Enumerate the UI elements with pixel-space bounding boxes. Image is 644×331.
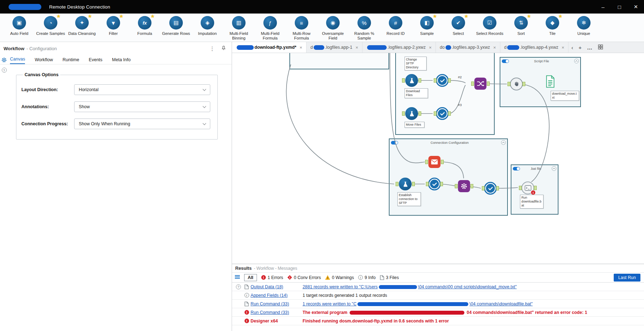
check-tool[interactable] bbox=[436, 74, 449, 87]
message-source-link[interactable]: Output Data (18) bbox=[251, 284, 283, 289]
block-until-done-tool[interactable] bbox=[510, 78, 523, 90]
close-tab-icon[interactable]: × bbox=[493, 45, 496, 50]
palette-tool-filter[interactable]: ▼★ Filter bbox=[98, 16, 129, 36]
message-row[interactable]: ! Designer x64 Finished running dosm.dow… bbox=[232, 317, 644, 325]
palette-tool-record-id[interactable]: # Record ID bbox=[380, 16, 411, 36]
tab-canvas[interactable]: Canvas bbox=[10, 57, 25, 64]
close-button[interactable]: × bbox=[628, 0, 644, 14]
message-file-link[interactable]: 2881 records were written to "C:\Users\0… bbox=[303, 284, 517, 289]
annotation-run-bat[interactable]: Run downloadfile.bat bbox=[520, 195, 543, 209]
container-toggle[interactable] bbox=[502, 59, 509, 63]
palette-tool-select-records[interactable]: ☑ Select Records bbox=[474, 16, 505, 36]
run-bat-command-tool[interactable]: ! bbox=[521, 182, 534, 194]
run-command-tool[interactable] bbox=[458, 180, 470, 192]
annotation-establish-connection[interactable]: Establish connection to SFTP bbox=[397, 192, 421, 206]
collapse-container-icon[interactable] bbox=[574, 59, 579, 63]
annotation-change-sftp[interactable]: Change SFTP Directory bbox=[405, 57, 427, 70]
collapse-container-icon[interactable] bbox=[552, 166, 556, 171]
filter-conv-errors[interactable]: !0 Conv Errors bbox=[287, 275, 321, 280]
palette-tool-unique[interactable]: ❄ Unique bbox=[568, 16, 599, 36]
message-source-link[interactable]: Run Command (33) bbox=[251, 301, 289, 306]
palette-tool-select[interactable]: ✔★ Select bbox=[443, 16, 474, 36]
connection-progress-select[interactable]: Show Only When Running bbox=[74, 119, 210, 129]
palette-tool-tile[interactable]: ◆★ Tile bbox=[537, 16, 568, 36]
close-tab-icon[interactable]: × bbox=[300, 45, 303, 50]
tool-label: Imputation bbox=[198, 31, 217, 36]
message-source-link[interactable]: Run Command (33) bbox=[251, 310, 289, 315]
check-tool[interactable] bbox=[484, 182, 497, 195]
palette-tool-multi-field-formula[interactable]: ƒ Multi-Field Formula bbox=[254, 16, 286, 41]
filter-info[interactable]: i9 Info bbox=[358, 275, 376, 280]
favorite-star-icon: ★ bbox=[88, 14, 92, 19]
container-toggle[interactable] bbox=[513, 167, 520, 170]
filter-all[interactable]: All bbox=[244, 274, 257, 281]
palette-tool-multi-row-formula[interactable]: ≡ Multi-Row Formula bbox=[286, 16, 317, 41]
download-files-tool[interactable] bbox=[405, 74, 418, 87]
close-tab-icon[interactable]: × bbox=[562, 45, 565, 50]
workflow-tab-download-ftp[interactable]: download-ftp.yxmd* × bbox=[232, 42, 306, 53]
union-tool[interactable] bbox=[474, 78, 486, 90]
tab-workflow[interactable]: Workflow bbox=[35, 57, 53, 64]
close-tab-icon[interactable]: × bbox=[356, 45, 359, 50]
palette-tool-formula[interactable]: fx★ Formula bbox=[129, 16, 160, 36]
palette-tool-random-sample[interactable]: % Random % Sample bbox=[349, 16, 380, 41]
minimize-button[interactable]: – bbox=[595, 0, 611, 14]
palette-tool-create-samples[interactable]: ◔★ Create Samples bbox=[35, 16, 66, 36]
new-workflow-button[interactable]: + bbox=[578, 44, 582, 51]
tab-events[interactable]: Events bbox=[89, 57, 102, 64]
filter-files[interactable]: 3 Files bbox=[380, 275, 399, 280]
workflow-tab-logfiles-app-2[interactable]: .logfiles.app-2.yxwz × bbox=[362, 42, 436, 53]
palette-tool-oversample-field[interactable]: ◉ Oversample Field bbox=[317, 16, 349, 41]
message-row[interactable]: i Append Fields (14) 1 target records ge… bbox=[232, 291, 644, 300]
tool-container-partial[interactable] bbox=[289, 53, 389, 69]
annotation-download-files[interactable]: Download Files bbox=[405, 88, 428, 98]
palette-tool-auto-field[interactable]: ▣ Auto Field bbox=[4, 16, 35, 36]
kebab-menu-icon[interactable]: ⋮ bbox=[210, 46, 215, 51]
tab-runtime[interactable]: Runtime bbox=[63, 57, 79, 64]
workflow-tab-logfiles-app-4[interactable]: d .logfiles.app-4.yxwz × bbox=[500, 42, 569, 53]
text-file-tool[interactable] bbox=[545, 75, 555, 88]
collapse-container-icon[interactable] bbox=[501, 140, 506, 145]
more-tabs-button[interactable]: … bbox=[587, 44, 593, 51]
help-icon[interactable]: ? bbox=[236, 284, 241, 289]
check-tool[interactable] bbox=[428, 178, 441, 190]
palette-tool-sample[interactable]: ◧★ Sample bbox=[411, 16, 443, 36]
message-source-link[interactable]: Append Fields (14) bbox=[251, 293, 288, 298]
palette-tool-imputation[interactable]: ◈ Imputation bbox=[192, 16, 223, 36]
message-row[interactable]: ? Output Data (18) 2881 records were wri… bbox=[232, 283, 644, 291]
maximize-button[interactable]: □ bbox=[611, 0, 628, 14]
palette-tool-generate-rows[interactable]: ▤ Generate Rows bbox=[160, 16, 192, 36]
email-tool[interactable] bbox=[428, 156, 441, 168]
establish-connection-tool[interactable] bbox=[399, 178, 412, 190]
annotations-select[interactable]: Show bbox=[74, 101, 210, 112]
redaction-blob bbox=[507, 45, 519, 50]
close-tab-icon[interactable]: × bbox=[429, 45, 432, 50]
annotation-download-move-txt[interactable]: download_move.txt bbox=[551, 91, 579, 101]
check-tool[interactable] bbox=[436, 107, 449, 120]
help-icon[interactable]: ? bbox=[2, 68, 7, 73]
message-file-link[interactable]: 1 records were written to "C\04 commands… bbox=[303, 301, 533, 306]
tab-overview-icon[interactable] bbox=[598, 44, 603, 51]
layout-direction-select[interactable]: Horizontal bbox=[74, 84, 210, 95]
message-row[interactable]: Run Command (33) 1 records were written … bbox=[232, 300, 644, 308]
last-run-button[interactable]: Last Run bbox=[614, 274, 640, 282]
move-files-tool[interactable] bbox=[405, 107, 418, 120]
palette-tool-sort[interactable]: ⇅★ Sort bbox=[505, 16, 537, 36]
workflow-tab-logfiles-app-1[interactable]: d .logfiles.app-1 × bbox=[306, 42, 362, 53]
tool-label: Tile bbox=[549, 31, 556, 36]
filter-errors[interactable]: !1 Errors bbox=[261, 275, 283, 280]
tab-overflow-icon[interactable]: ‹ bbox=[571, 44, 573, 51]
filter-warnings[interactable]: !0 Warnings bbox=[325, 275, 354, 280]
annotation-move-files[interactable]: Move Files bbox=[405, 122, 424, 128]
palette-tool-multi-field-binning[interactable]: ▥ Multi-Field Binning bbox=[223, 16, 254, 41]
tab-meta-info[interactable]: Meta Info bbox=[112, 57, 130, 64]
message-row[interactable]: ! Run Command (33) The external program … bbox=[232, 308, 644, 317]
settings-gear-icon[interactable] bbox=[1, 57, 7, 64]
workflow-tab-logfiles-app-3[interactable]: do .logfiles.app-3.yxwz × bbox=[436, 42, 500, 53]
workflow-canvas[interactable]: Script File Connection Configuration .ba… bbox=[232, 53, 644, 264]
palette-tool-data-cleansing[interactable]: ✦★ Data Cleansing bbox=[66, 16, 98, 36]
sample-tool-icon: ◧ bbox=[420, 16, 434, 30]
container-toggle[interactable] bbox=[391, 141, 398, 145]
messages-list-icon[interactable] bbox=[235, 275, 240, 280]
pin-icon[interactable] bbox=[221, 46, 226, 52]
